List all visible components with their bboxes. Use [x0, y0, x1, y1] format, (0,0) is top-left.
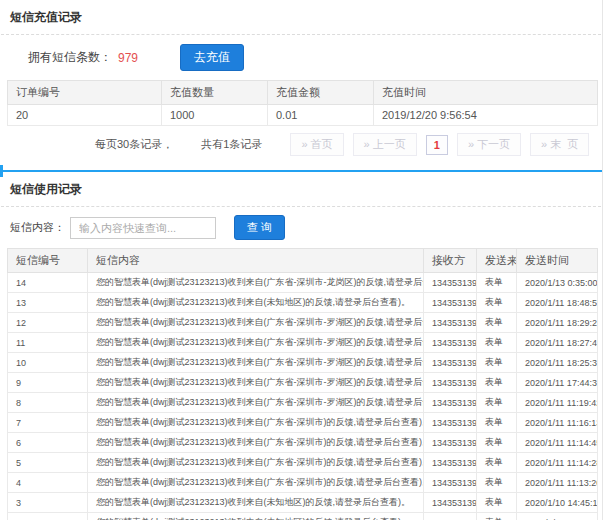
table-row: 8 您的智慧表单(dwj测试23123213)收到来自(广东省-深圳市-罗湖区)…	[8, 393, 598, 413]
cell-send-time: 2020/1/10 14:45:11	[517, 493, 598, 513]
recharge-table-header-row: 订单编号 充值数量 充值金额 充值时间	[8, 81, 598, 105]
cell-send-source: 表单	[477, 493, 517, 513]
cell-receiver: 13435313950	[424, 373, 477, 393]
first-page-button[interactable]: » 首页	[290, 133, 343, 156]
cell-send-time: 2020/1/11 11:16:13	[517, 413, 598, 433]
cell-sms-content: 您的智慧表单(dwj测试23123213)收到来自(广东省-深圳市)的反馈,请登…	[88, 453, 424, 473]
table-row: 7 您的智慧表单(dwj测试23123213)收到来自(广东省-深圳市)的反馈,…	[8, 413, 598, 433]
col-recharge-amount: 充值数量	[162, 81, 268, 105]
cell-sms-id: 10	[8, 353, 88, 373]
col-order-id: 订单编号	[8, 81, 162, 105]
cell-send-time: 2020/1/11 18:29:23	[517, 313, 598, 333]
cell-receiver: 13435313950	[424, 393, 477, 413]
table-row: 10 您的智慧表单(dwj测试23123213)收到来自(广东省-深圳市-罗湖区…	[8, 353, 598, 373]
cell-send-source: 表单	[477, 513, 517, 520]
recharge-table-body: 20 1000 0.01 2019/12/20 9:56:54	[8, 105, 598, 126]
col-sms-content: 短信内容	[88, 249, 424, 273]
table-row: 9 您的智慧表单(dwj测试23123213)收到来自(广东省-深圳市-罗湖区)…	[8, 373, 598, 393]
cell-sms-id: 13	[8, 293, 88, 313]
col-send-source: 发送来源	[477, 249, 517, 273]
per-page-label: 每页30条记录，	[95, 137, 173, 152]
cell-receiver: 13435313950	[424, 433, 477, 453]
cell-sms-content: 您的智慧表单(dwj测试23123213)收到来自(广东省-深圳市)的反馈,请登…	[88, 433, 424, 453]
table-row: 4 您的智慧表单(dwj测试23123213)收到来自(广东省-深圳市)的反馈,…	[8, 473, 598, 493]
divider-tick	[0, 165, 3, 177]
cell-receiver: 13435313950	[424, 513, 477, 520]
total-records-label: 共有1条记录	[201, 137, 262, 152]
cell-sms-content: 您的智慧表单(dwj测试23123213)收到来自(广东省-深圳市-罗湖区)的反…	[88, 313, 424, 333]
cell-sms-id: 6	[8, 433, 88, 453]
cell-sms-content: 您的智慧表单(dwj测试23123213)收到来自(广东省-深圳市)的反馈,请登…	[88, 473, 424, 493]
cell-send-time: 2020/1/10 9:57:00	[517, 513, 598, 520]
cell-sms-content: 您的智慧表单(dwj测试23123213)收到来自(广东省-深圳市-罗湖区)的反…	[88, 373, 424, 393]
cell-receiver: 13435313950	[424, 413, 477, 433]
cell-send-source: 表单	[477, 393, 517, 413]
recharge-section-title: 短信充值记录	[0, 0, 602, 34]
table-row: 13 您的智慧表单(dwj测试23123213)收到来自(未知地区)的反馈,请登…	[8, 293, 598, 313]
usage-table-header-row: 短信编号 短信内容 接收方 发送来源 发送时间	[8, 249, 598, 273]
sms-count-value: 979	[118, 51, 138, 65]
col-recharge-money: 充值金额	[268, 81, 374, 105]
table-row: 2 您的智慧表单(dwj测试23123213)收到来自(未知地区)的反馈,请登录…	[8, 513, 598, 520]
cell-send-source: 表单	[477, 333, 517, 353]
next-page-button[interactable]: » 下一页	[457, 133, 521, 156]
cell-sms-content: 您的智慧表单(dwj测试23123213)收到来自(未知地区)的反馈,请登录后台…	[88, 293, 424, 313]
current-page-button[interactable]: 1	[426, 135, 448, 155]
cell-send-time: 2020/1/13 0:35:00	[517, 273, 598, 293]
sms-content-search-input[interactable]	[70, 217, 216, 239]
cell-sms-id: 11	[8, 333, 88, 353]
cell-recharge-money: 0.01	[268, 105, 374, 126]
sms-content-label: 短信内容：	[10, 220, 65, 235]
cell-send-time: 2020/1/11 11:13:20	[517, 473, 598, 493]
table-row: 3 您的智慧表单(dwj测试23123213)收到来自(未知地区)的反馈,请登录…	[8, 493, 598, 513]
table-row: 12 您的智慧表单(dwj测试23123213)收到来自(广东省-深圳市-罗湖区…	[8, 313, 598, 333]
cell-receiver: 13435313950	[424, 273, 477, 293]
cell-sms-content: 您的智慧表单(dwj测试23123213)收到来自(广东省-深圳市-罗湖区)的反…	[88, 393, 424, 413]
table-row: 20 1000 0.01 2019/12/20 9:56:54	[8, 105, 598, 126]
col-sms-id: 短信编号	[8, 249, 88, 273]
cell-receiver: 13435313950	[424, 313, 477, 333]
sms-admin-page: 短信充值记录 拥有短信条数： 979 去充值 订单编号 充值数量 充值金额 充值…	[0, 0, 603, 520]
cell-sms-id: 14	[8, 273, 88, 293]
cell-send-time: 2020/1/11 18:27:44	[517, 333, 598, 353]
cell-sms-content: 您的智慧表单(dwj测试23123213)收到来自(广东省-深圳市-罗湖区)的反…	[88, 333, 424, 353]
cell-send-source: 表单	[477, 373, 517, 393]
cell-sms-id: 4	[8, 473, 88, 493]
cell-sms-id: 5	[8, 453, 88, 473]
last-page-button[interactable]: » 末 页	[530, 133, 589, 156]
sms-count-row: 拥有短信条数： 979 去充值	[0, 35, 602, 80]
usage-table: 短信编号 短信内容 接收方 发送来源 发送时间 14 您的智慧表单(dwj测试2…	[7, 248, 598, 520]
section-divider	[0, 170, 602, 172]
cell-send-source: 表单	[477, 353, 517, 373]
cell-receiver: 13435313950	[424, 333, 477, 353]
recharge-pagination: 每页30条记录， 共有1条记录 » 首页 » 上一页 1 » 下一页 » 末 页	[0, 126, 602, 163]
cell-recharge-amount: 1000	[162, 105, 268, 126]
cell-sms-id: 3	[8, 493, 88, 513]
cell-sms-content: 您的智慧表单(dwj测试23123213)收到来自(广东省-深圳市-罗湖区)的反…	[88, 353, 424, 373]
cell-send-time: 2020/1/11 17:44:36	[517, 373, 598, 393]
cell-sms-content: 您的智慧表单(dwj测试23123213)收到来自(未知地区)的反馈,请登录后台…	[88, 513, 424, 520]
col-recharge-time: 充值时间	[374, 81, 598, 105]
recharge-table: 订单编号 充值数量 充值金额 充值时间 20 1000 0.01 2019/12…	[7, 80, 598, 126]
go-recharge-button[interactable]: 去充值	[180, 44, 244, 71]
cell-receiver: 13435313950	[424, 493, 477, 513]
query-button[interactable]: 查 询	[234, 215, 285, 240]
table-row: 14 您的智慧表单(dwj测试23123213)收到来自(广东省-深圳市-龙岗区…	[8, 273, 598, 293]
cell-send-source: 表单	[477, 453, 517, 473]
sms-count-label: 拥有短信条数：	[28, 49, 112, 66]
usage-section-title: 短信使用记录	[0, 172, 602, 206]
cell-receiver: 13435313950	[424, 453, 477, 473]
cell-sms-content: 您的智慧表单(dwj测试23123213)收到来自(广东省-深圳市)的反馈,请登…	[88, 413, 424, 433]
cell-send-time: 2020/1/11 11:19:42	[517, 393, 598, 413]
cell-sms-content: 您的智慧表单(dwj测试23123213)收到来自(广东省-深圳市-龙岗区)的反…	[88, 273, 424, 293]
cell-receiver: 13435313950	[424, 353, 477, 373]
cell-sms-id: 12	[8, 313, 88, 333]
cell-send-source: 表单	[477, 433, 517, 453]
table-row: 6 您的智慧表单(dwj测试23123213)收到来自(广东省-深圳市)的反馈,…	[8, 433, 598, 453]
prev-page-button[interactable]: » 上一页	[353, 133, 417, 156]
col-receiver: 接收方	[424, 249, 477, 273]
col-send-time: 发送时间	[517, 249, 598, 273]
cell-send-time: 2020/1/11 11:14:45	[517, 433, 598, 453]
cell-send-time: 2020/1/11 11:14:28	[517, 453, 598, 473]
cell-send-source: 表单	[477, 313, 517, 333]
